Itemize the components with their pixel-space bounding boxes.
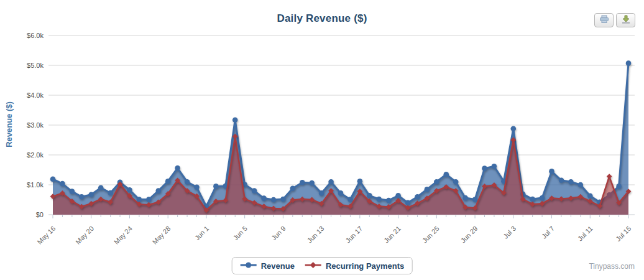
svg-text:Jul 3: Jul 3 xyxy=(502,225,517,240)
legend: Revenue Recurring Payments xyxy=(232,257,413,274)
credit-text: Tinypass.com xyxy=(589,262,635,271)
legend-label-recurring-payments: Recurring Payments xyxy=(326,261,404,271)
legend-item-revenue[interactable]: Revenue xyxy=(240,260,295,271)
svg-text:Jun 9: Jun 9 xyxy=(270,225,287,242)
svg-text:Jun 21: Jun 21 xyxy=(382,225,402,245)
svg-text:Jun 17: Jun 17 xyxy=(344,225,364,245)
svg-text:Jul 7: Jul 7 xyxy=(540,225,556,240)
revenue-series-marker-icon xyxy=(240,260,257,271)
legend-label-revenue: Revenue xyxy=(261,261,295,271)
svg-text:May 28: May 28 xyxy=(151,225,172,246)
svg-text:Jun 5: Jun 5 xyxy=(232,225,249,242)
svg-text:Jun 29: Jun 29 xyxy=(459,225,479,245)
svg-text:$1.0k: $1.0k xyxy=(27,181,44,189)
svg-text:$6.0k: $6.0k xyxy=(27,32,44,39)
svg-text:Jun 25: Jun 25 xyxy=(421,225,441,245)
svg-text:Jul 11: Jul 11 xyxy=(576,225,594,243)
recurring-series-marker-icon xyxy=(305,260,322,271)
svg-text:$3.0k: $3.0k xyxy=(27,121,44,129)
daily-revenue-chart-panel: Daily Revenue ($) Revenue ($) $0$1.0k$2.… xyxy=(0,0,644,280)
svg-text:Jul 15: Jul 15 xyxy=(614,225,632,243)
svg-text:$4.0k: $4.0k xyxy=(27,91,44,99)
svg-text:May 24: May 24 xyxy=(113,225,134,246)
svg-text:May 20: May 20 xyxy=(74,225,95,246)
svg-text:$0: $0 xyxy=(36,211,44,218)
svg-text:Jun 13: Jun 13 xyxy=(306,225,326,245)
svg-text:$2.0k: $2.0k xyxy=(27,151,44,159)
svg-text:Jun 1: Jun 1 xyxy=(193,225,211,242)
revenue-chart: $0$1.0k$2.0k$3.0k$4.0k$5.0k$6.0kMay 16Ma… xyxy=(0,0,644,249)
legend-item-recurring-payments[interactable]: Recurring Payments xyxy=(305,260,404,271)
svg-text:$5.0k: $5.0k xyxy=(27,62,44,69)
svg-text:May 16: May 16 xyxy=(35,225,57,246)
